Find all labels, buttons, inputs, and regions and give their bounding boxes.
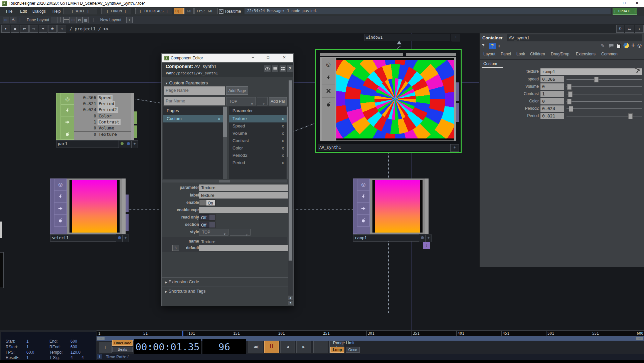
par-name-input[interactable]: Par Name [164,97,225,105]
forum-button[interactable]: [ FORUM ] [101,8,131,14]
close-x-icon[interactable] [322,84,335,98]
lock-bomb-icon[interactable] [322,98,335,111]
canvas-scrollbar-fragment[interactable] [0,222,2,238]
lock-bomb-icon[interactable] [357,215,370,227]
tab-children[interactable]: Children [530,52,545,56]
start-value[interactable]: 1 [26,339,29,344]
node-label[interactable]: select1 [50,234,116,242]
texture-field[interactable]: ramp1 [540,68,642,75]
node-select1[interactable]: ◎ select1 + [50,178,129,242]
tab-custom[interactable]: Custom [483,61,497,66]
minimize-icon[interactable]: – [252,55,254,60]
node-flag-tile[interactable] [419,235,426,242]
section-toggle[interactable]: Off [199,222,215,228]
node-viewer-frame[interactable] [370,178,425,234]
grid-view-icon[interactable] [280,65,286,72]
anchor-icon[interactable]: ⚓ [10,17,16,23]
pages-scrollbar[interactable] [223,106,227,179]
marker-handle[interactable]: I [99,342,112,353]
python-help-icon[interactable]: ? [489,43,496,49]
parameter-item[interactable]: Colorx [229,144,287,152]
remove-parameter-icon[interactable]: x [282,115,284,122]
contrast-slider[interactable] [567,94,642,94]
stop-icon[interactable]: ■ [11,25,19,33]
component-editor-window[interactable]: Component Editor – □ ✕ Component: AV_syn… [161,53,294,306]
fps-value[interactable]: 60.0 [26,350,34,355]
remove-parameter-icon[interactable]: x [282,144,284,152]
remove-parameter-icon[interactable]: x [282,159,284,166]
step-back-icon[interactable]: ◀ [280,341,295,353]
node-label[interactable]: ramp1 [353,234,419,242]
node-flag-tile[interactable] [119,140,125,148]
enable-expr-input[interactable] [199,207,290,213]
home-icon[interactable]: ⌂ [57,25,66,33]
scroll-up-icon[interactable]: ▲ [288,296,293,300]
export-arrow-icon[interactable] [54,203,67,215]
page-item-custom[interactable]: Customx [163,115,223,122]
top-output-connector[interactable] [126,214,129,231]
speed-field[interactable]: 0.366 [540,76,564,82]
chop-output-connector[interactable] [134,125,137,138]
menu-file[interactable]: File [6,9,12,14]
scroll-down-icon[interactable]: ▼ [288,301,293,305]
close-icon[interactable]: ✕ [283,55,286,60]
update-button[interactable]: [ UPDATE ] [613,8,637,15]
node-label[interactable]: AV_synth1 [318,144,451,151]
export-down-icon[interactable]: ↓ [635,25,644,33]
node-label[interactable]: window1 [364,34,450,41]
tsig-value-1[interactable]: 4 [70,355,73,360]
node-viewer-frame[interactable]: ◎ [320,57,456,141]
layout-preset-quad[interactable]: ⊠ [76,17,83,23]
wiki-button[interactable]: [ WIKI ] [63,8,97,14]
node-ramp1[interactable]: ◎ ramp1 + ↓ [353,178,432,242]
color-slider[interactable] [567,101,642,102]
maximize-icon[interactable]: □ [267,55,269,60]
node-flag-tile[interactable] [125,140,132,148]
parameter-item[interactable]: Periodx [229,159,287,166]
timecode-toggle[interactable]: TimeCode [112,340,133,346]
volume-field[interactable]: 0 [540,83,564,90]
par-subtype-dropdown[interactable]: ▼ [257,97,268,105]
par-type-dropdown[interactable]: TOP▼ [226,97,256,105]
help-icon[interactable]: ? [482,43,485,48]
python-logo-icon[interactable] [623,43,629,49]
bypass-lightning-icon[interactable] [357,191,370,203]
node-plus-tile[interactable]: + [131,140,138,148]
beats-toggle[interactable]: Beats [112,347,133,352]
top-output-connector[interactable] [126,195,129,212]
enable-toggle[interactable]: On [199,200,215,206]
tutorials-button[interactable]: [ TUTORIALS ] [135,8,172,14]
back-icon[interactable]: ⇐ [20,25,29,33]
fps-box[interactable]: FPS: 60 [194,8,218,14]
shortcuts-tags-section[interactable]: ▶ Shortcuts and Tags [162,287,291,296]
read-only-toggle[interactable]: Off [199,214,215,221]
extension-code-section[interactable]: ▶ Extension Code [162,277,291,286]
period2-field[interactable]: 0.024 [540,105,564,112]
speed-slider[interactable] [567,79,642,80]
new-layout-add-button[interactable]: + [126,17,133,23]
close-icon[interactable]: ✕ [633,0,641,6]
info-icon[interactable]: i [498,43,500,48]
custom-parameters-section[interactable]: ▼ Custom Parameters [165,80,208,85]
page-name-input[interactable]: Page Name [164,86,225,95]
comment-pencil-icon[interactable]: ✎ [601,43,605,49]
export-arrow-icon[interactable] [357,203,370,215]
clipboard-icon[interactable] [617,43,621,49]
export-arrow-icon[interactable] [61,116,74,128]
tab-layout[interactable]: Layout [483,52,495,56]
maximize-icon[interactable]: □ [620,0,629,6]
remove-parameter-icon[interactable]: x [282,137,284,144]
tab-panel[interactable]: Panel [501,52,511,56]
layout-preset-vsplit[interactable] [57,17,63,23]
chat-bubble-icon[interactable] [609,44,614,49]
add-page-button[interactable]: Add Page [226,86,248,95]
bypass-lightning-icon[interactable] [322,71,335,84]
node-plus-tile[interactable]: + [450,144,459,152]
splitter-handle[interactable]: ⋯ [162,180,287,183]
end-value[interactable]: 600 [70,339,77,344]
add-parameter-icon[interactable]: + [631,42,635,49]
bookmark-star-icon[interactable]: ★ [48,25,57,33]
window-scrollbar[interactable]: ▲ ▼ [288,80,293,305]
window-placement-icon[interactable]: ⊞ [3,17,9,23]
realtime-checkbox[interactable]: ✕ [219,9,223,14]
